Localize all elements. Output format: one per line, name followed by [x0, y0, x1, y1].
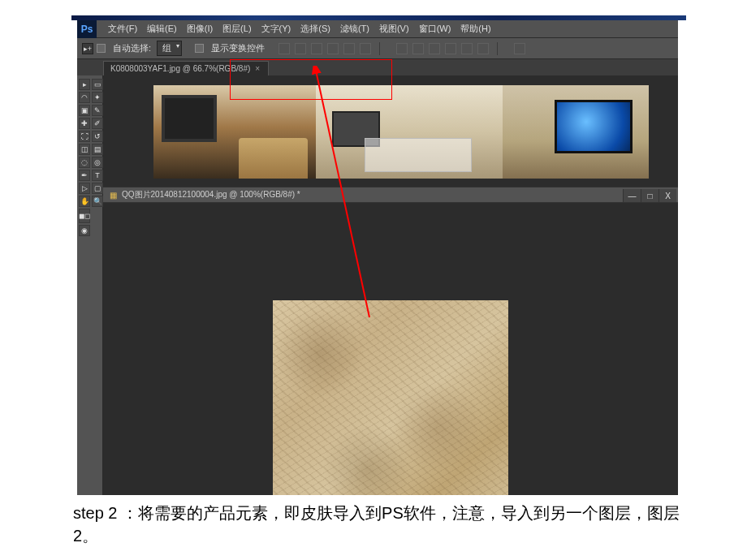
close-button[interactable]: X	[658, 189, 676, 202]
step-caption: step 2 ：将需要的产品元素，即皮肤导入到PS软件，注意，导入到另一个图层，…	[73, 502, 690, 547]
align-center-v-icon[interactable]	[343, 43, 355, 54]
extra-icon[interactable]	[514, 43, 525, 54]
menu-window[interactable]: 窗口(W)	[414, 23, 456, 35]
quickmask-icon[interactable]: ◉	[79, 225, 90, 236]
workspace: ▸ ▭ ◠ ✦ ▣ ✎ ✚ ✐ ⛶ ↺ ◫ ▤ ◌ ◎ ✒ T ▷ ▢ ✋ 🔍 …	[77, 75, 678, 495]
shape-tool-icon[interactable]: ▢	[92, 183, 103, 194]
interior-scene-3	[503, 85, 649, 179]
interior-scene-2	[316, 85, 503, 179]
document-tab-label: K0808003YAF1.jpg @ 66.7%(RGB/8#)	[110, 64, 250, 73]
magic-wand-tool-icon[interactable]: ✦	[92, 92, 103, 103]
gradient-tool-icon[interactable]: ▤	[92, 144, 103, 155]
window-titlebar	[71, 15, 686, 20]
align-left-icon[interactable]	[279, 43, 290, 54]
folder-icon: ▦	[110, 191, 117, 200]
menu-edit[interactable]: 编辑(E)	[142, 23, 182, 35]
align-bottom-icon[interactable]	[360, 43, 371, 54]
brush-tool-icon[interactable]: ✐	[92, 118, 103, 129]
show-transform-label: 显示变换控件	[209, 42, 267, 54]
history-brush-tool-icon[interactable]: ↺	[92, 131, 103, 142]
align-icons-group	[279, 43, 371, 54]
ps-logo: Ps	[77, 20, 97, 38]
distribute-hcenter-icon[interactable]	[461, 43, 473, 54]
align-center-h-icon[interactable]	[295, 43, 306, 54]
type-tool-icon[interactable]: T	[92, 170, 103, 181]
marquee-tool-icon[interactable]: ▭	[92, 79, 103, 90]
auto-select-label: 自动选择:	[110, 42, 153, 54]
menu-help[interactable]: 帮助(H)	[456, 23, 495, 35]
lasso-tool-icon[interactable]: ◠	[79, 92, 90, 103]
hand-tool-icon[interactable]: ✋	[79, 196, 90, 207]
extra-icons-group	[514, 43, 525, 54]
canvas-doc2[interactable]	[273, 300, 508, 495]
separator	[497, 42, 498, 55]
distribute-right-icon[interactable]	[477, 43, 489, 54]
options-bar: ▸+ 自动选择: 组 显示变换控件	[77, 38, 678, 59]
maximize-button[interactable]: □	[641, 189, 658, 202]
pen-tool-icon[interactable]: ✒	[79, 170, 90, 181]
menu-image[interactable]: 图像(I)	[182, 23, 218, 35]
menu-type[interactable]: 文字(Y)	[257, 23, 296, 35]
distribute-vcenter-icon[interactable]	[412, 43, 424, 54]
heal-tool-icon[interactable]: ✚	[79, 118, 90, 129]
distribute-left-icon[interactable]	[445, 43, 456, 54]
zoom-tool-icon[interactable]: 🔍	[92, 196, 103, 207]
stamp-tool-icon[interactable]: ⛶	[79, 131, 90, 142]
canvas-doc1[interactable]	[153, 85, 649, 179]
photoshop-window: Ps 文件(F) 编辑(E) 图像(I) 图层(L) 文字(Y) 选择(S) 滤…	[77, 20, 678, 495]
eyedropper-tool-icon[interactable]: ✎	[92, 105, 103, 116]
distribute-bottom-icon[interactable]	[429, 43, 440, 54]
menu-bar: Ps 文件(F) 编辑(E) 图像(I) 图层(L) 文字(Y) 选择(S) 滤…	[77, 20, 678, 38]
distribute-top-icon[interactable]	[396, 43, 408, 54]
dodge-tool-icon[interactable]: ◎	[92, 157, 103, 168]
document-tabs: K0808003YAF1.jpg @ 66.7%(RGB/8#) ×	[77, 59, 678, 75]
distribute-icons-group	[396, 43, 489, 54]
menu-layer[interactable]: 图层(L)	[218, 23, 256, 35]
window-controls: — □ X	[623, 189, 676, 202]
document-tab-2-label: QQ图片20140812100004.jpg @ 100%(RGB/8#) *	[122, 189, 300, 200]
document-2-titlebar: ▦ QQ图片20140812100004.jpg @ 100%(RGB/8#) …	[103, 187, 678, 203]
separator	[379, 42, 380, 55]
canvas-doc2-wrapper	[103, 203, 678, 495]
canvas-area: ▦ QQ图片20140812100004.jpg @ 100%(RGB/8#) …	[103, 75, 678, 495]
eraser-tool-icon[interactable]: ◫	[79, 144, 90, 155]
tool-palette: ▸ ▭ ◠ ✦ ▣ ✎ ✚ ✐ ⛶ ↺ ◫ ▤ ◌ ◎ ✒ T ▷ ▢ ✋ 🔍 …	[77, 75, 103, 495]
crop-tool-icon[interactable]: ▣	[79, 105, 90, 116]
interior-scene-1	[153, 85, 316, 179]
menu-select[interactable]: 选择(S)	[296, 23, 335, 35]
show-transform-checkbox[interactable]	[195, 44, 204, 53]
menu-file[interactable]: 文件(F)	[103, 23, 142, 35]
auto-select-dropdown[interactable]: 组	[157, 41, 182, 56]
align-top-icon[interactable]	[327, 43, 339, 54]
align-right-icon[interactable]	[311, 43, 322, 54]
blur-tool-icon[interactable]: ◌	[79, 157, 90, 168]
path-tool-icon[interactable]: ▷	[79, 183, 90, 194]
document-tab-1[interactable]: K0808003YAF1.jpg @ 66.7%(RGB/8#) ×	[103, 61, 269, 75]
document-tab-2[interactable]: ▦ QQ图片20140812100004.jpg @ 100%(RGB/8#) …	[110, 189, 300, 200]
tool-indicator-icon[interactable]: ▸+	[82, 43, 93, 54]
close-icon[interactable]: ×	[255, 64, 260, 73]
move-tool-icon[interactable]: ▸	[79, 79, 90, 90]
fgbg-color-icon[interactable]: ◼◻	[79, 209, 90, 223]
menu-filter[interactable]: 滤镜(T)	[335, 23, 374, 35]
menu-view[interactable]: 视图(V)	[374, 23, 414, 35]
minimize-button[interactable]: —	[623, 189, 641, 202]
auto-select-checkbox[interactable]	[97, 44, 106, 53]
